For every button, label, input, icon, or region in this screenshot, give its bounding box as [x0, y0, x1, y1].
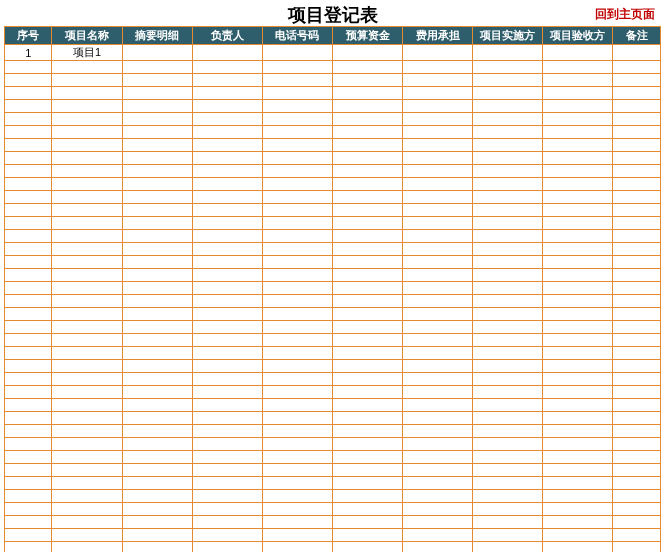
table-cell[interactable] [262, 347, 332, 360]
table-cell[interactable] [613, 321, 661, 334]
table-cell[interactable] [613, 464, 661, 477]
table-cell[interactable] [403, 516, 473, 529]
table-cell[interactable] [52, 152, 122, 165]
table-cell[interactable] [192, 126, 262, 139]
table-cell[interactable] [613, 282, 661, 295]
table-cell[interactable] [52, 529, 122, 542]
table-cell[interactable] [332, 451, 402, 464]
table-cell[interactable] [613, 373, 661, 386]
table-cell[interactable] [262, 477, 332, 490]
table-cell[interactable] [192, 412, 262, 425]
table-cell[interactable] [613, 191, 661, 204]
table-cell[interactable] [613, 74, 661, 87]
table-cell[interactable] [192, 191, 262, 204]
table-cell[interactable] [543, 334, 613, 347]
table-cell[interactable] [613, 217, 661, 230]
table-cell[interactable] [543, 529, 613, 542]
table-cell[interactable] [52, 321, 122, 334]
table-cell[interactable] [262, 282, 332, 295]
table-cell[interactable] [473, 503, 543, 516]
table-cell[interactable] [5, 217, 52, 230]
table-cell[interactable] [613, 61, 661, 74]
table-cell[interactable] [543, 360, 613, 373]
table-cell[interactable] [613, 230, 661, 243]
table-cell[interactable] [473, 217, 543, 230]
table-cell[interactable] [52, 516, 122, 529]
table-cell[interactable] [262, 516, 332, 529]
table-cell[interactable] [332, 347, 402, 360]
table-cell[interactable] [543, 386, 613, 399]
table-cell[interactable] [122, 503, 192, 516]
table-cell[interactable] [473, 295, 543, 308]
table-cell[interactable] [52, 503, 122, 516]
table-cell[interactable] [473, 451, 543, 464]
table-cell[interactable] [332, 100, 402, 113]
table-cell[interactable] [5, 295, 52, 308]
table-cell[interactable] [473, 165, 543, 178]
table-cell[interactable] [122, 373, 192, 386]
table-cell[interactable] [473, 126, 543, 139]
table-cell[interactable] [332, 191, 402, 204]
table-cell[interactable] [262, 529, 332, 542]
table-cell[interactable] [543, 477, 613, 490]
table-cell[interactable] [613, 256, 661, 269]
table-cell[interactable] [473, 347, 543, 360]
table-cell[interactable] [473, 152, 543, 165]
table-cell[interactable] [543, 165, 613, 178]
table-cell[interactable] [262, 321, 332, 334]
table-cell[interactable] [543, 113, 613, 126]
table-cell[interactable] [192, 516, 262, 529]
table-cell[interactable] [543, 74, 613, 87]
table-cell[interactable] [613, 516, 661, 529]
table-cell[interactable] [122, 295, 192, 308]
table-cell[interactable] [122, 412, 192, 425]
table-cell[interactable] [5, 438, 52, 451]
table-cell[interactable] [403, 126, 473, 139]
table-cell[interactable] [332, 529, 402, 542]
table-cell[interactable] [403, 347, 473, 360]
table-cell[interactable] [192, 529, 262, 542]
table-cell[interactable] [5, 542, 52, 553]
table-cell[interactable] [52, 113, 122, 126]
table-cell[interactable] [192, 45, 262, 61]
table-cell[interactable] [403, 503, 473, 516]
table-cell[interactable] [613, 347, 661, 360]
table-cell[interactable] [543, 243, 613, 256]
table-cell[interactable] [52, 477, 122, 490]
table-cell[interactable] [5, 412, 52, 425]
table-cell[interactable] [262, 295, 332, 308]
table-cell[interactable] [613, 152, 661, 165]
table-cell[interactable] [332, 334, 402, 347]
table-cell[interactable] [122, 477, 192, 490]
table-cell[interactable] [403, 529, 473, 542]
table-cell[interactable] [52, 347, 122, 360]
table-cell[interactable] [122, 113, 192, 126]
table-cell[interactable] [473, 425, 543, 438]
table-cell[interactable] [543, 217, 613, 230]
table-cell[interactable] [262, 113, 332, 126]
table-cell[interactable] [332, 45, 402, 61]
table-cell[interactable] [403, 178, 473, 191]
table-cell[interactable] [192, 321, 262, 334]
table-cell[interactable] [332, 295, 402, 308]
table-cell[interactable] [52, 464, 122, 477]
table-cell[interactable] [52, 386, 122, 399]
table-cell[interactable] [613, 178, 661, 191]
table-cell[interactable] [473, 321, 543, 334]
table-cell[interactable] [613, 334, 661, 347]
table-cell[interactable] [5, 464, 52, 477]
table-cell[interactable] [5, 282, 52, 295]
table-cell[interactable] [613, 269, 661, 282]
table-cell[interactable] [122, 425, 192, 438]
table-cell[interactable] [52, 165, 122, 178]
table-cell[interactable] [192, 373, 262, 386]
table-cell[interactable] [192, 464, 262, 477]
table-cell[interactable] [52, 178, 122, 191]
table-cell[interactable] [613, 100, 661, 113]
table-cell[interactable] [122, 321, 192, 334]
table-cell[interactable] [473, 113, 543, 126]
table-cell[interactable] [473, 61, 543, 74]
table-cell[interactable] [52, 61, 122, 74]
table-cell[interactable] [262, 399, 332, 412]
table-cell[interactable] [5, 191, 52, 204]
